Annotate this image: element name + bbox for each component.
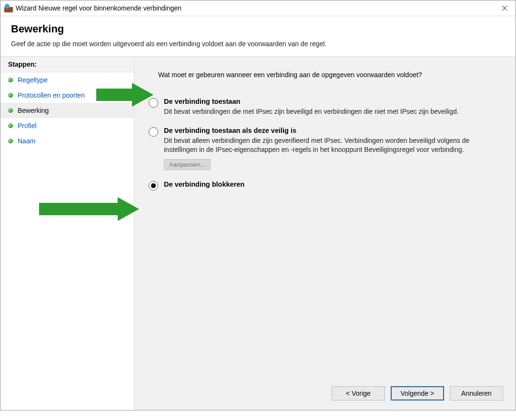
- titlebar-title: Wizard Nieuwe regel voor binnenkomende v…: [16, 4, 494, 12]
- radio-allow[interactable]: [149, 98, 158, 108]
- step-label: Bewerking: [18, 107, 49, 114]
- step-regeltype[interactable]: Regeltype: [0, 72, 134, 88]
- cancel-button[interactable]: Annuleren: [450, 386, 503, 400]
- option-allow: De verbinding toestaan Dit bevat verbind…: [149, 98, 501, 116]
- step-bewerking[interactable]: Bewerking: [0, 103, 134, 118]
- step-label: Naam: [18, 137, 35, 145]
- step-profiel[interactable]: Profiel: [0, 118, 134, 133]
- wizard-body: Stappen: Regeltype Protocollen en poorte…: [0, 57, 516, 410]
- page-title: Bewerking: [11, 23, 505, 35]
- wizard-main: Wat moet er gebeuren wanneer een verbind…: [134, 57, 516, 410]
- back-button[interactable]: < Vorige: [332, 386, 385, 400]
- firewall-icon: [4, 4, 13, 12]
- step-bullet-icon: [8, 78, 13, 82]
- step-label: Protocollen en poorten: [18, 91, 85, 99]
- titlebar: Wizard Nieuwe regel voor binnenkomende v…: [0, 0, 516, 16]
- wizard-header: Bewerking Geef de actie op die moet word…: [0, 16, 516, 57]
- radio-block[interactable]: [149, 181, 158, 190]
- page-subtitle: Geef de actie op die moet worden uitgevo…: [11, 40, 505, 48]
- option-title: De verbinding toestaan: [164, 98, 501, 105]
- steps-header: Stappen:: [0, 57, 134, 72]
- steps-list: Regeltype Protocollen en poorten Bewerki…: [0, 72, 134, 149]
- wizard-footer: < Vorige Volgende > Annuleren: [332, 386, 503, 400]
- step-bullet-icon: [8, 93, 13, 98]
- steps-sidebar: Stappen: Regeltype Protocollen en poorte…: [0, 57, 134, 410]
- close-button[interactable]: [494, 0, 516, 16]
- option-allow-secure: De verbinding toestaan als deze veilig i…: [149, 127, 501, 170]
- option-title: De verbinding toestaan als deze veilig i…: [164, 127, 501, 134]
- step-label: Profiel: [18, 122, 37, 130]
- close-icon: [502, 5, 507, 11]
- radio-allow-secure[interactable]: [149, 127, 158, 137]
- step-naam[interactable]: Naam: [0, 133, 134, 149]
- customize-button: Aanpassen...: [164, 159, 211, 170]
- step-protocollen-en-poorten[interactable]: Protocollen en poorten: [0, 88, 134, 103]
- next-button[interactable]: Volgende >: [391, 386, 444, 400]
- step-bullet-icon: [8, 108, 13, 113]
- option-title: De verbinding blokkeren: [164, 180, 501, 188]
- wizard-window: Wizard Nieuwe regel voor binnenkomende v…: [0, 0, 516, 410]
- step-label: Regeltype: [18, 76, 48, 84]
- action-question: Wat moet er gebeuren wanneer een verbind…: [158, 71, 501, 79]
- step-bullet-icon: [8, 123, 13, 128]
- option-desc: Dit bevat verbindingen die met IPsec zij…: [164, 107, 488, 116]
- option-desc: Dit bevat alleen verbindingen die zijn g…: [164, 136, 488, 154]
- step-bullet-icon: [8, 139, 13, 143]
- option-block: De verbinding blokkeren: [149, 180, 501, 190]
